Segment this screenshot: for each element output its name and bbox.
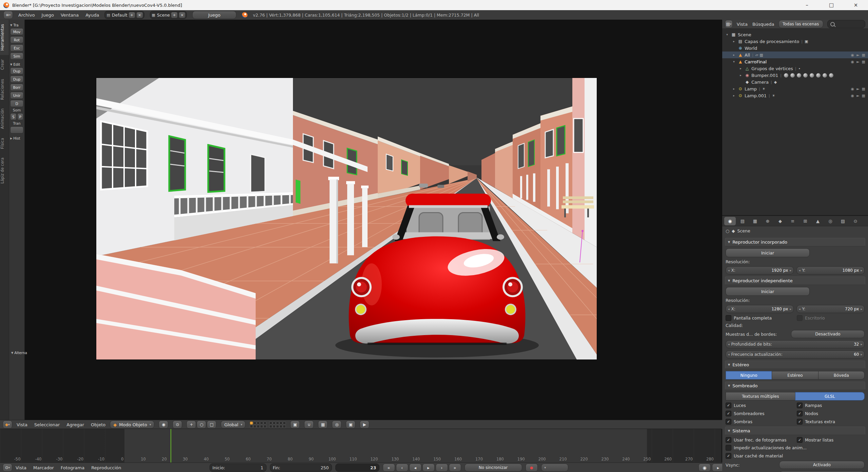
opengl-render-anim-button[interactable]: ▶ (360, 420, 369, 429)
tab-render[interactable]: ◉ (724, 217, 736, 225)
add-scene-button[interactable]: + (171, 12, 178, 18)
transform-orientation-dropdown[interactable]: Global ▾ (221, 420, 245, 429)
layer-cell[interactable] (276, 422, 279, 425)
play-reverse-button[interactable]: ◂ (409, 464, 421, 472)
lamp-data-icon[interactable]: ☀ (772, 94, 775, 98)
playhead[interactable] (171, 429, 171, 463)
material-sphere-icon[interactable] (829, 73, 833, 78)
layer-cell[interactable] (273, 425, 276, 428)
close-scene-button[interactable]: × (179, 12, 185, 18)
snap-element-button[interactable]: ▦ (318, 420, 328, 429)
restrict-select-toggle[interactable]: ► (856, 87, 859, 91)
tab-world[interactable]: ⊕ (762, 217, 773, 225)
info-editor-type-button[interactable]: ≡ ▾ (3, 11, 13, 19)
dot-icon[interactable]: • (798, 66, 801, 71)
toolshelf-panel-header[interactable]: ▼Edit (10, 62, 23, 66)
timeline-canvas[interactable]: -50-40-30-20-100102030405060708090100110… (0, 429, 722, 463)
layer-group-2[interactable] (269, 422, 286, 428)
expander-icon[interactable]: ▸ (732, 40, 736, 43)
image-icon[interactable]: ▣ (805, 39, 808, 44)
sync-dropdown[interactable]: No sincronizar (465, 464, 522, 472)
toolshelf-panel-header[interactable]: ▼Tra (10, 23, 23, 27)
outliner-menu[interactable]: Búsqueda (752, 22, 774, 27)
restrict-select-toggle[interactable]: ► (856, 53, 859, 57)
data-icon[interactable]: ▥ (760, 53, 763, 57)
outliner-row[interactable]: ⊕World (722, 45, 868, 52)
layers-widget[interactable] (250, 422, 286, 428)
layer-cell[interactable] (269, 425, 272, 428)
toolshelf-button[interactable]: Esc (10, 44, 23, 52)
manipulator-scale-button[interactable]: □ (207, 420, 216, 429)
insert-keyframe-button[interactable]: ◉ (698, 464, 711, 472)
shading-option-button[interactable]: GLSL (795, 392, 865, 401)
toolshelf-button[interactable]: D (10, 100, 23, 107)
outliner-row[interactable]: ▾▲CarroFinal◉►▦ (722, 58, 868, 65)
jump-to-end-button[interactable]: » (449, 464, 461, 472)
tab-object[interactable]: ◆ (774, 217, 786, 225)
layer-cell[interactable] (283, 425, 286, 428)
outliner-search-input[interactable] (827, 20, 865, 28)
panel-header-standalone-player[interactable]: ▼ Reproductor independiente (725, 276, 865, 285)
layer-cell[interactable] (273, 422, 276, 425)
manipulator-translate-button[interactable]: + (186, 420, 196, 429)
checkbox[interactable] (726, 403, 731, 408)
outliner-row[interactable]: ▸▤Capas de procesamiento|▣ (722, 38, 868, 45)
toolshelf-button[interactable]: Unir (10, 92, 23, 99)
layer-cell[interactable] (260, 425, 263, 428)
checkbox[interactable] (726, 419, 731, 425)
outliner-row[interactable]: ▸◉Bumper.001| (722, 72, 868, 79)
camera-view[interactable] (96, 78, 597, 360)
resolution-y-field[interactable]: ◂Y: 1080 px▸ (796, 266, 865, 274)
current-frame-field[interactable]: 23 (335, 464, 379, 472)
panel-header-stereo[interactable]: ▼ Estéreo (725, 361, 865, 369)
tab-modifiers[interactable]: ⊞ (800, 217, 811, 225)
outliner-row[interactable]: ▸△Grupos de vértices|• (722, 65, 868, 72)
viewport-menu[interactable]: Vista (17, 422, 27, 427)
toolshelf-tab[interactable]: Herramientas (0, 20, 9, 55)
keying-set-dropdown[interactable]: ▾ (541, 464, 568, 472)
lock-to-scene-button[interactable]: ▣ (290, 420, 300, 429)
expander-icon[interactable]: ▸ (732, 87, 736, 90)
stereo-option-button[interactable]: Ninguno (726, 371, 772, 379)
layer-cell[interactable] (250, 425, 253, 428)
checkbox[interactable] (726, 437, 731, 443)
timeline-editor-type-button[interactable]: ⊙ ▾ (3, 464, 12, 472)
timeline-menu[interactable]: Vista (16, 465, 26, 470)
minimize-button[interactable]: – (795, 0, 819, 10)
tab-texture[interactable]: ▨ (837, 217, 849, 225)
material-sphere-icon[interactable] (816, 73, 821, 78)
pin-icon[interactable]: ○ (726, 228, 729, 233)
play-button[interactable]: ▸ (422, 464, 435, 472)
frame-end-field[interactable]: Fin: 250 (270, 464, 332, 472)
material-sphere-icon[interactable] (803, 73, 808, 78)
restrict-view-toggle[interactable]: ◉ (851, 60, 854, 64)
refresh-rate-field[interactable]: ◂Frecuencia actualización: 60▸ (726, 350, 865, 358)
restrict-select-toggle[interactable]: ► (856, 60, 859, 64)
material-sphere-icon[interactable] (810, 73, 814, 78)
layer-cell[interactable] (279, 422, 282, 425)
expander-icon[interactable]: ▸ (732, 53, 736, 57)
restrict-render-toggle[interactable]: ▦ (862, 60, 865, 64)
layer-cell[interactable] (279, 425, 282, 428)
expander-icon[interactable]: ▸ (738, 74, 743, 77)
proportional-edit-button[interactable]: ◎ (332, 420, 341, 429)
toolshelf-button[interactable]: Dup (10, 76, 23, 83)
restrict-select-toggle[interactable]: ► (856, 94, 859, 98)
checkbox[interactable] (797, 403, 803, 408)
tab-data[interactable]: ▲ (812, 217, 824, 225)
toolshelf-tab[interactable]: Lápiz de cera (0, 153, 9, 188)
auto-keyframe-button[interactable]: ● (526, 464, 538, 472)
jump-to-next-keyframe-button[interactable]: › (436, 464, 448, 472)
restrict-render-toggle[interactable]: ▦ (862, 87, 865, 91)
checkbox[interactable] (726, 411, 731, 416)
restrict-view-toggle[interactable]: ◉ (851, 94, 854, 98)
viewport-menu[interactable]: Seleccionar (34, 422, 60, 427)
layer-cell[interactable] (283, 422, 286, 425)
layer-cell[interactable] (269, 422, 272, 425)
standalone-resolution-x-field[interactable]: ◂X: 1280 px▸ (726, 305, 794, 313)
tab-physics[interactable]: ⊙ (850, 217, 861, 225)
timeline-menu[interactable]: Marcador (33, 465, 54, 470)
tab-render-layers[interactable]: ▤ (737, 217, 748, 225)
maximize-button[interactable]: □ (819, 0, 844, 10)
toolshelf-button[interactable]: Borr (10, 84, 23, 91)
